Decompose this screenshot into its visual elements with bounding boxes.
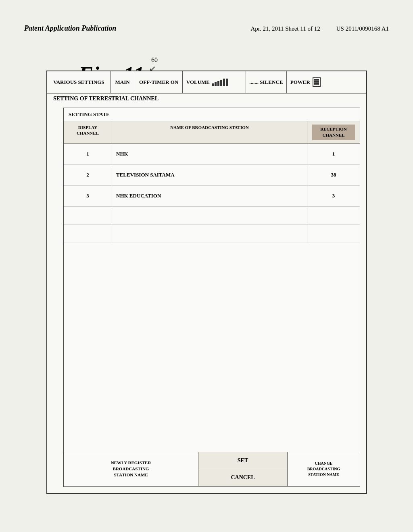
- volume-bar-6: [226, 79, 228, 86]
- reception-channel-col-label: RECEPTIONCHANNEL: [320, 127, 346, 137]
- table-body: 1 NHK 1 2 TELEVISION SAITAMA: [64, 144, 360, 486]
- td-reception-4: [307, 207, 360, 224]
- sheet-info: Apr. 21, 2011 Sheet 11 of 12: [250, 25, 320, 32]
- display-ch-value-2: 2: [86, 172, 89, 178]
- patent-title: Patent Application Publication: [24, 24, 116, 33]
- display-ch-value-3: 3: [86, 193, 89, 199]
- th-broadcasting-name: NAME OF BROADCASTING STATION: [112, 121, 307, 143]
- td-name-2: TELEVISION SAITAMA: [112, 165, 307, 185]
- newly-register-section[interactable]: NEWLY REGISTERBROADCASTINGSTATION NAME: [64, 452, 198, 486]
- power-stripe-1: [314, 79, 319, 81]
- td-display-1: 1: [64, 144, 112, 164]
- volume-bar-4: [220, 80, 222, 86]
- reception-ch-value-2: 38: [331, 172, 336, 178]
- td-reception-5: [307, 225, 360, 243]
- setting-terrestrial-label: SETTING OF TERRESTRIAL CHANNEL: [53, 96, 159, 102]
- power-icon: [313, 77, 321, 87]
- reception-highlight-box: RECEPTIONCHANNEL: [312, 125, 355, 140]
- tab-main[interactable]: MAIN: [111, 71, 135, 93]
- volume-bars-icon: [212, 79, 228, 86]
- power-label: POWER: [290, 79, 310, 85]
- setting-state-label: SETTING STATE: [69, 111, 110, 117]
- td-display-4: [64, 207, 112, 224]
- header-right: Apr. 21, 2011 Sheet 11 of 12 US 2011/009…: [250, 25, 389, 32]
- volume-label: VOLUME: [186, 79, 210, 85]
- table-row: [64, 207, 360, 225]
- td-display-2: 2: [64, 165, 112, 185]
- volume-bar-2: [215, 82, 217, 86]
- volume-bar-5: [223, 79, 225, 86]
- cancel-button[interactable]: CANCEL: [198, 469, 287, 486]
- reception-ch-value-3: 3: [332, 193, 335, 199]
- various-settings-label: VARIOUS SETTINGS: [53, 79, 104, 85]
- tab-off-timer[interactable]: OFF-TIMER ON: [135, 71, 182, 93]
- patent-number: US 2011/0090168 A1: [336, 25, 389, 32]
- td-reception-1: 1: [307, 144, 360, 164]
- td-name-5: [112, 225, 307, 243]
- setting-state-header: SETTING STATE: [64, 108, 360, 121]
- channel-table: SETTING STATE DISPLAYCHANNEL NAME OF BRO…: [63, 108, 360, 487]
- display-channel-col-label: DISPLAYCHANNEL: [77, 125, 99, 135]
- table-row: 1 NHK 1: [64, 144, 360, 165]
- silence-label: ....... SILENCE: [249, 79, 283, 85]
- main-label: MAIN: [115, 79, 130, 85]
- top-navigation-bar: VARIOUS SETTINGS MAIN OFF-TIMER ON VOLUM…: [47, 71, 366, 94]
- off-timer-label: OFF-TIMER ON: [139, 79, 178, 85]
- volume-bar-1: [212, 83, 214, 86]
- newly-register-label: NEWLY REGISTERBROADCASTINGSTATION NAME: [111, 460, 151, 478]
- station-name-3: NHK EDUCATION: [116, 193, 161, 199]
- header: Patent Application Publication Apr. 21, …: [0, 24, 413, 33]
- tab-volume[interactable]: VOLUME: [183, 71, 246, 93]
- td-name-3: NHK EDUCATION: [112, 186, 307, 206]
- th-reception-channel: RECEPTIONCHANNEL: [307, 121, 360, 143]
- display-ch-value-1: 1: [86, 151, 89, 157]
- th-display-channel: DISPLAYCHANNEL: [64, 121, 112, 143]
- table-header-row: DISPLAYCHANNEL NAME OF BROADCASTING STAT…: [64, 121, 360, 144]
- table-row: 3 NHK EDUCATION 3: [64, 186, 360, 207]
- set-cancel-section: SET CANCEL: [198, 452, 287, 486]
- station-name-1: NHK: [116, 151, 128, 157]
- power-stripe-3: [314, 83, 319, 85]
- power-stripe-2: [314, 81, 319, 83]
- ref-60-label: 60: [151, 56, 158, 64]
- change-broadcasting-label: CHANGEBROADCASTINGSTATION NAME: [307, 461, 340, 478]
- tab-silence[interactable]: ....... SILENCE: [246, 71, 286, 93]
- broadcasting-name-col-label: NAME OF BROADCASTING STATION: [170, 125, 248, 130]
- volume-bar-3: [217, 81, 219, 86]
- set-button[interactable]: SET: [198, 452, 287, 470]
- cancel-button-label: CANCEL: [231, 474, 254, 481]
- td-display-5: [64, 225, 112, 243]
- change-broadcasting-section[interactable]: CHANGEBROADCASTINGSTATION NAME: [287, 452, 360, 486]
- td-reception-2: 38: [307, 165, 360, 185]
- td-display-3: 3: [64, 186, 112, 206]
- tab-power[interactable]: POWER: [287, 71, 366, 93]
- bottom-action-container: NEWLY REGISTERBROADCASTINGSTATION NAME S…: [64, 452, 360, 486]
- station-name-2: TELEVISION SAITAMA: [116, 172, 175, 178]
- tab-various-settings[interactable]: VARIOUS SETTINGS: [47, 71, 110, 93]
- page: Patent Application Publication Apr. 21, …: [0, 0, 413, 532]
- td-name-1: NHK: [112, 144, 307, 164]
- set-button-label: SET: [238, 457, 248, 464]
- td-reception-3: 3: [307, 186, 360, 206]
- tv-interface-box: VARIOUS SETTINGS MAIN OFF-TIMER ON VOLUM…: [46, 71, 367, 494]
- td-name-4: [112, 207, 307, 224]
- reception-ch-value-1: 1: [332, 151, 335, 157]
- table-row: [64, 225, 360, 243]
- table-row: 2 TELEVISION SAITAMA 38: [64, 165, 360, 186]
